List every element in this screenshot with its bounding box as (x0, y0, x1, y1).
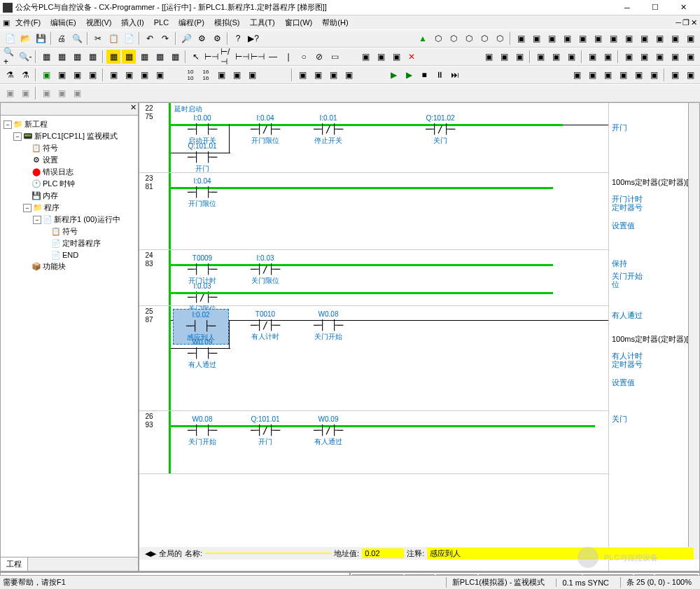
tool-button[interactable]: ⚗ (18, 68, 32, 82)
tool-button[interactable]: ▣ (55, 86, 69, 100)
address-field[interactable]: 0.02 (362, 548, 404, 558)
tool-button[interactable]: ⊢⊣ (251, 50, 265, 64)
paste-button[interactable]: 📄 (122, 32, 136, 46)
pointer-button[interactable]: ↖ (189, 50, 203, 64)
menu-help[interactable]: 帮助(H) (318, 16, 352, 29)
tool-button[interactable]: ▣ (601, 68, 615, 82)
tool-button[interactable]: ▣ (106, 68, 120, 82)
tree-errorlog[interactable]: 错误日志 (43, 167, 74, 177)
save-button[interactable]: 💾 (34, 32, 48, 46)
contact-no-button[interactable]: ⊢⊣ (204, 50, 218, 64)
tool-button[interactable]: ▣ (295, 68, 309, 82)
tool-button[interactable]: ▦ (153, 50, 167, 64)
mdi-minimize-icon[interactable]: ─ (676, 18, 681, 27)
tool-button[interactable]: ⚙ (195, 32, 209, 46)
tool-button[interactable]: ▣ (70, 68, 84, 82)
tool-button[interactable]: ▣ (652, 50, 666, 64)
menu-window[interactable]: 窗口(W) (281, 16, 317, 29)
menu-edit[interactable]: 编辑(E) (46, 16, 80, 29)
find-button[interactable]: 🔎 (179, 32, 193, 46)
tool-button[interactable]: ▣ (616, 68, 630, 82)
menu-simulate[interactable]: 模拟(S) (210, 16, 244, 29)
tool-button[interactable]: ▦ (168, 50, 182, 64)
maximize-button[interactable]: ☐ (641, 1, 669, 15)
tool-button[interactable]: ▣ (529, 32, 543, 46)
tool-button[interactable]: ▣ (601, 50, 615, 64)
rung-25[interactable]: 25 87 I:0.02─┤ ├─感应到人 T0010─┤/├─有人计时 W0.… (139, 306, 688, 411)
tool-button[interactable]: ▣ (326, 68, 340, 82)
tool-button[interactable]: ▣ (622, 50, 636, 64)
step-button[interactable]: ⏭ (448, 68, 462, 82)
tree-program1[interactable]: 新程序1 (00)运行中 (54, 214, 120, 225)
pause-button[interactable]: ⏸ (433, 68, 447, 82)
tool-button[interactable]: ▦ (55, 50, 69, 64)
instruction-button[interactable]: ▭ (328, 50, 342, 64)
tree-symbols[interactable]: 符号 (43, 143, 58, 153)
tool-button[interactable]: ▣ (683, 50, 697, 64)
redo-button[interactable]: ↷ (158, 32, 172, 46)
tree-plc[interactable]: 新PLC1[CP1L] 监视模式 (34, 131, 118, 141)
menu-plc[interactable]: PLC (150, 17, 173, 28)
tool-button[interactable]: ▣ (564, 50, 578, 64)
tool-button[interactable]: ⬡ (431, 32, 445, 46)
tree-toggle[interactable]: − (4, 120, 12, 129)
tool-button[interactable]: ⚗ (3, 68, 17, 82)
tool-button[interactable]: ▣ (70, 86, 84, 100)
tree-memory[interactable]: 内存 (43, 190, 58, 201)
tool-button[interactable]: ▣ (545, 32, 559, 46)
tool-button[interactable]: 1010 (183, 68, 197, 82)
project-tree[interactable]: −📁新工程 −📟新PLC1[CP1L] 监视模式 📋符号 ⚙设置 ⬤错误日志 🕐… (1, 116, 138, 557)
tool-button[interactable]: ▣ (18, 86, 32, 100)
comment-field[interactable]: 感应到人 (427, 548, 694, 560)
tool-button[interactable]: ▣ (39, 68, 53, 82)
tree-plcclock[interactable]: PLC 时钟 (43, 179, 75, 189)
vline-button[interactable]: | (281, 50, 295, 64)
tool-button[interactable]: ▣ (512, 50, 526, 64)
minimize-button[interactable]: ─ (613, 1, 641, 15)
name-field[interactable] (205, 553, 331, 554)
tool-button[interactable]: ▣ (389, 50, 403, 64)
tree-root[interactable]: 新工程 (24, 119, 48, 130)
close-button[interactable]: ✕ (669, 1, 697, 15)
tree-toggle[interactable]: − (33, 216, 41, 224)
zoom-out-button[interactable]: 🔍- (18, 50, 32, 64)
menu-view[interactable]: 视图(V) (82, 16, 116, 29)
tool-button[interactable]: ▣ (575, 32, 589, 46)
panel-close-icon[interactable]: ✕ (130, 103, 136, 115)
tool-button[interactable]: ⬡ (447, 32, 461, 46)
tool-button[interactable]: ▣ (230, 68, 244, 82)
tool-button[interactable]: ▦ (85, 50, 99, 64)
menu-insert[interactable]: 插入(I) (117, 16, 148, 29)
tree-funcblock[interactable]: 功能块 (43, 261, 66, 272)
tool-button[interactable]: ▦ (106, 50, 120, 64)
preview-button[interactable]: 🔍 (70, 32, 84, 46)
tool-button[interactable]: ▣ (39, 86, 53, 100)
tool-button[interactable]: ▣ (214, 68, 228, 82)
tool-button[interactable]: ▣ (637, 50, 651, 64)
tool-button[interactable]: ▣ (637, 32, 651, 46)
coil-button[interactable]: ○ (297, 50, 311, 64)
tool-button[interactable]: ▣ (606, 32, 620, 46)
tool-button[interactable]: ▣ (514, 32, 528, 46)
context-help-button[interactable]: ▶? (246, 32, 260, 46)
tool-button[interactable]: ▣ (591, 32, 605, 46)
tool-button[interactable]: ▣ (683, 68, 697, 82)
line-button[interactable]: — (266, 50, 280, 64)
tool-button[interactable]: 1616 (199, 68, 213, 82)
tree-toggle[interactable]: − (13, 132, 22, 141)
copy-button[interactable]: 📋 (106, 32, 120, 46)
run-button[interactable]: ▶ (402, 68, 416, 82)
tool-button[interactable]: ▣ (631, 68, 645, 82)
stop-button[interactable]: ■ (417, 68, 431, 82)
run-button[interactable]: ▶ (386, 68, 400, 82)
tool-button[interactable]: ▣ (122, 68, 136, 82)
rung-26[interactable]: 26 93 W0.08─┤ ├─关门开始 Q:101.01─┤/├─开门 W0.… (139, 411, 688, 474)
tool-button[interactable]: ▣ (549, 50, 563, 64)
tool-button[interactable]: ▦ (70, 50, 84, 64)
tool-button[interactable]: ▣ (560, 32, 574, 46)
menu-program[interactable]: 编程(P) (174, 16, 209, 29)
mdi-close-icon[interactable]: ✕ (691, 18, 697, 27)
tool-button[interactable]: ⬡ (462, 32, 476, 46)
tool-button[interactable]: ▦ (122, 50, 136, 64)
tool-button[interactable]: ⚙ (210, 32, 224, 46)
